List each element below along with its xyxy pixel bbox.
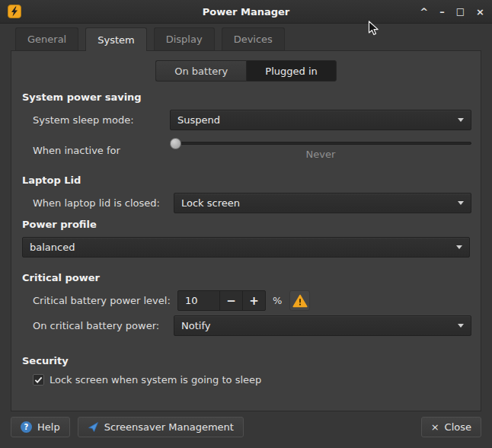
critical-level-row: Critical battery power level: 10 − + % [21,290,471,311]
sleep-mode-value: Suspend [177,114,220,126]
decrement-button[interactable]: − [219,291,242,310]
critical-level-label: Critical battery power level: [33,295,177,306]
on-critical-label: On critical battery power: [33,320,174,331]
window-title: Power Manager [0,0,492,24]
chevron-down-icon [458,324,464,328]
screensaver-button-label: Screensaver Management [104,421,234,433]
lid-closed-label: When laptop lid is closed: [33,197,174,209]
lock-screen-checkbox-label[interactable]: Lock screen when system is going to slee… [50,374,261,386]
close-button[interactable]: × Close [421,417,481,437]
tab-general[interactable]: General [15,27,78,50]
warning-button [289,290,310,311]
help-icon: ? [21,421,32,433]
critical-level-input[interactable]: 10 [178,291,219,310]
slider-track[interactable] [170,142,471,145]
tab-system[interactable]: System [85,27,146,51]
power-manager-app-icon [8,5,21,18]
section-security: Security [22,356,471,366]
lid-closed-value: Lock screen [181,197,240,209]
screensaver-icon [88,421,99,433]
shade-icon[interactable]: ^ [420,7,428,17]
inactive-row: When inactive for Never [21,140,471,160]
close-window-icon[interactable]: × [476,7,484,17]
on-battery-button[interactable]: On battery [155,60,246,82]
increment-button[interactable]: + [242,291,265,310]
tab-bar: General System Display Devices [15,27,285,51]
lock-screen-checkbox[interactable] [33,374,44,386]
titlebar[interactable]: Power Manager ^ – □ × [0,0,492,24]
inactive-slider[interactable]: Never [170,140,471,160]
sleep-mode-row: System sleep mode: Suspend [21,110,471,130]
sleep-mode-select[interactable]: Suspend [170,110,471,130]
section-system-power-saving: System power saving [22,92,471,103]
system-tab-panel: On battery Plugged in System power savin… [11,50,481,411]
power-source-toggle: On battery Plugged in [21,60,471,82]
section-laptop-lid: Laptop Lid [22,175,471,186]
section-power-profile: Power profile [22,219,471,230]
sleep-mode-label: System sleep mode: [33,114,170,126]
slider-value-label: Never [170,149,471,160]
lid-closed-row: When laptop lid is closed: Lock screen [21,193,471,213]
on-critical-row: On critical battery power: Notify [21,315,471,336]
power-profile-select[interactable]: balanced [22,237,470,258]
on-critical-select[interactable]: Notify [174,315,471,336]
check-icon [34,376,43,384]
lock-screen-checkbox-row: Lock screen when system is going to slee… [21,374,471,386]
footer: ? Help Screensaver Management × Close [11,417,481,437]
power-profile-value: balanced [30,242,75,253]
help-button-label: Help [37,421,60,433]
critical-level-spinbox: 10 − + [177,290,266,311]
minimize-icon[interactable]: – [439,7,445,17]
percent-label: % [273,295,282,306]
inactive-label: When inactive for [33,145,170,156]
chevron-down-icon [456,245,462,249]
screensaver-management-button[interactable]: Screensaver Management [78,417,244,437]
lid-closed-select[interactable]: Lock screen [174,193,471,213]
tab-devices[interactable]: Devices [222,27,285,50]
slider-handle[interactable] [170,138,181,149]
plugged-in-button[interactable]: Plugged in [246,60,336,82]
close-button-label: Close [445,421,471,433]
chevron-down-icon [458,201,464,205]
tab-display[interactable]: Display [154,27,215,50]
section-critical-power: Critical power [22,273,471,283]
help-button[interactable]: ? Help [11,417,70,437]
on-critical-value: Notify [181,320,210,331]
chevron-down-icon [458,118,464,122]
window-controls: ^ – □ × [420,7,484,17]
maximize-icon[interactable]: □ [456,7,465,16]
warning-icon [292,294,308,308]
close-button-icon: × [431,421,439,433]
